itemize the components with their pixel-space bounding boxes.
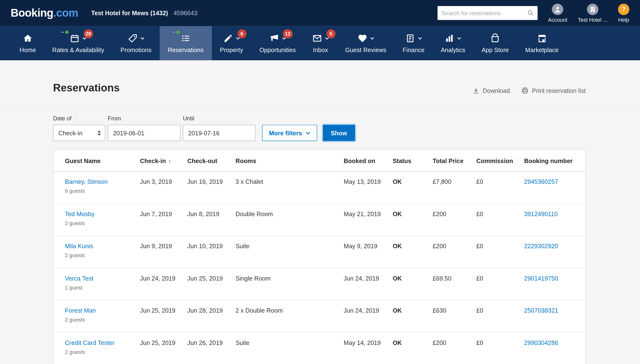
col-guest-name[interactable]: Guest Name [53,150,140,172]
guest-name-link[interactable]: Credit Card Tester [65,339,114,346]
guest-name-link[interactable]: Ted Mosby [65,210,95,217]
chevron-down-icon [418,37,422,40]
total-price-cell: £630 [433,300,477,333]
guest-name-link[interactable]: Mila Kunis [65,243,93,250]
rooms-cell: 2 x Double Room [236,300,344,333]
table-row[interactable]: Ted Mosby 2 guests Jun 7, 2019 Jun 8, 20… [53,204,585,236]
total-price-cell: £200 [433,204,477,236]
guest-count: 6 guests [65,188,135,194]
booking-number-link[interactable]: 3912490110 [524,210,558,217]
download-icon [472,87,479,94]
new-indicator-dot [176,31,180,34]
topbar-actions: Account Test Hotel ... ? Help [437,4,629,22]
search-icon[interactable] [527,10,534,17]
guest-name-link[interactable]: Barney, Stinson [65,178,108,185]
total-price-cell: £200 [433,333,477,364]
commission-cell: £0 [476,236,524,268]
hotel-building-icon [587,4,598,15]
table-row[interactable]: Verca Test 1 guest Jun 24, 2019 Jun 25, … [53,268,585,300]
nav-item-property[interactable]: 6 Property [212,26,251,60]
bar-chart-icon [445,34,455,44]
table-row[interactable]: Mila Kunis 2 guests Jun 9, 2019 Jun 10, … [53,236,585,268]
nav-item-opportunities[interactable]: 12 Opportunities [251,26,304,60]
booked-on-cell: May 9, 2019 [344,236,393,268]
new-indicator-dash [61,32,64,32]
status-cell: OK [393,268,433,300]
col-check-out[interactable]: Check-out [187,150,236,172]
check-out-cell: Jun 25, 2019 [187,268,236,300]
booking-number-link[interactable]: 2507038321 [524,307,558,314]
home-icon [23,34,33,44]
print-reservation-list-button[interactable]: Print reservation list [521,87,586,94]
reservations-table-card: Guest Name Check-in↑ Check-out Rooms Boo… [53,149,586,364]
until-date-input[interactable] [183,125,256,141]
col-total-price[interactable]: Total Price [433,150,477,172]
col-rooms[interactable]: Rooms [236,150,344,172]
nav-item-marketplace[interactable]: Marketplace [517,26,567,60]
nav-item-finance[interactable]: Finance [395,26,433,60]
booking-logo[interactable]: Booking.com [11,7,78,19]
nav-item-reservations[interactable]: Reservations [160,26,212,60]
hotel-menu-label: Test Hotel ... [578,16,607,22]
commission-cell: £0 [476,268,524,300]
col-booking-number[interactable]: Booking number [524,150,585,172]
nav-item-inbox[interactable]: 5 Inbox [304,26,337,60]
col-check-in[interactable]: Check-in↑ [140,150,187,172]
more-filters-button[interactable]: More filters [262,125,317,141]
new-indicator-dot [65,31,69,34]
nav-item-rates-availability[interactable]: 28 Rates & Availability [44,26,113,60]
calendar-icon [70,34,80,44]
show-button[interactable]: Show [323,125,355,141]
search-input[interactable] [437,6,537,20]
rooms-cell: Suite [236,236,344,268]
help-question-icon: ? [618,4,629,15]
col-commission[interactable]: Commission [476,150,524,172]
nav-item-analytics[interactable]: Analytics [433,26,473,60]
hotel-info: Test Hotel for Mews (1432) 4596643 [91,10,197,17]
download-button[interactable]: Download [472,87,510,94]
check-in-cell: Jun 9, 2019 [140,236,187,268]
nav-item-guest-reviews[interactable]: Guest Reviews [337,26,394,60]
nav-item-app-store[interactable]: App Store [473,26,517,60]
nav-item-promotions[interactable]: Promotions [112,26,160,60]
check-out-cell: Jun 16, 2019 [187,172,236,204]
rates-badge: 28 [84,30,93,38]
from-date-input[interactable] [108,125,180,141]
check-out-cell: Jun 28, 2019 [187,300,236,333]
megaphone-icon [269,34,279,44]
heart-icon [357,34,367,44]
shopping-bag-icon [490,34,500,44]
check-in-cell: Jun 3, 2019 [140,172,187,204]
guest-name-link[interactable]: Forest Man [65,307,96,314]
chevron-down-icon [458,37,462,40]
account-menu[interactable]: Account [548,4,567,22]
hotel-id: 4596643 [173,10,197,16]
booking-extranet-app: Booking.com Test Hotel for Mews (1432) 4… [0,0,640,364]
table-row[interactable]: Forest Man 2 guests Jun 25, 2019 Jun 28,… [53,300,585,333]
booking-number-link[interactable]: 2901419750 [524,275,558,282]
hotel-menu[interactable]: Test Hotel ... [578,4,607,22]
status-cell: OK [393,333,433,364]
help-menu[interactable]: ? Help [618,4,629,22]
guest-count: 2 guests [65,349,135,355]
table-row[interactable]: Credit Card Tester 2 guests Jun 25, 2019… [53,333,585,364]
status-cell: OK [393,300,433,333]
page-actions: Download Print reservation list [472,87,586,94]
chevron-down-icon [306,132,310,134]
nav-item-home[interactable]: Home [11,26,44,60]
booking-number-link[interactable]: 2229302920 [524,243,558,250]
check-in-cell: Jun 24, 2019 [140,268,187,300]
col-status[interactable]: Status [393,150,433,172]
until-label: Until [183,115,256,122]
col-booked-on[interactable]: Booked on [344,150,393,172]
status-cell: OK [393,204,433,236]
table-row[interactable]: Barney, Stinson 6 guests Jun 3, 2019 Jun… [53,172,585,204]
pencil-icon [223,34,233,44]
new-indicator-dash [172,32,175,32]
guest-name-link[interactable]: Verca Test [65,275,93,282]
date-of-select[interactable]: Check-in [53,125,105,141]
booking-number-link[interactable]: 2945360257 [524,178,558,185]
booking-number-link[interactable]: 2990304286 [524,339,558,346]
check-in-cell: Jun 7, 2019 [140,204,187,236]
status-cell: OK [393,236,433,268]
